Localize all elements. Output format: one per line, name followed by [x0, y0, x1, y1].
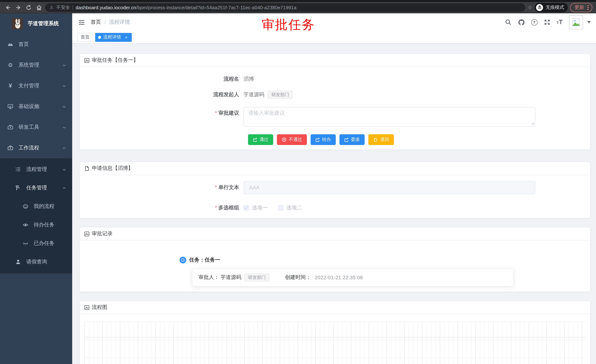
- sidebar-item-system[interactable]: ⚙ 系统管理: [0, 55, 72, 75]
- clock-icon: [179, 257, 186, 263]
- sidebar-item-home[interactable]: 首页: [0, 34, 72, 55]
- required-asterisk: *: [215, 184, 217, 190]
- incognito-label: 无痕模式: [546, 4, 564, 11]
- browser-update-button[interactable]: 更新: [570, 3, 592, 12]
- gear-icon: ⚙: [7, 62, 13, 68]
- sidebar-item-process-mgmt[interactable]: 流程管理: [0, 160, 72, 179]
- required-asterisk: *: [215, 110, 217, 116]
- breadcrumb-home[interactable]: 首页: [91, 19, 101, 26]
- chevron-down-icon: [62, 63, 66, 67]
- delegate-button[interactable]: 委派: [339, 134, 365, 145]
- back-icon[interactable]: [4, 3, 12, 11]
- app-frame: 芋道管理系统 首页 ⚙ 系统管理 ¥ 支付管理: [0, 13, 596, 364]
- picture-icon: [84, 231, 89, 237]
- avatar-caret-icon[interactable]: [587, 21, 591, 23]
- forward-icon[interactable]: [14, 3, 22, 11]
- return-button[interactable]: 退回: [368, 134, 394, 145]
- url-bar[interactable]: ⚠ 不安全 dashboard.yudao.iocoder.cn/bpm/pro…: [45, 3, 525, 12]
- eye-icon: [22, 222, 29, 228]
- chevron-up-icon: [62, 186, 66, 190]
- dept-tag: 研发部门: [268, 91, 293, 99]
- tags-view-bar: 首页 流程详情: [72, 31, 596, 44]
- font-size-icon[interactable]: TT: [557, 19, 563, 26]
- home-icon[interactable]: [35, 3, 43, 11]
- sidebar-menu: 首页 ⚙ 系统管理 ¥ 支付管理 基础设施: [0, 34, 72, 273]
- active-dot-icon: [98, 36, 101, 39]
- sidebar: 芋道管理系统 首页 ⚙ 系统管理 ¥ 支付管理: [0, 13, 72, 364]
- process-name-label: 流程名: [87, 76, 244, 82]
- assignee-label: 审批人：: [198, 274, 219, 281]
- chevron-down-icon: [62, 125, 66, 129]
- chevron-down-icon: [62, 84, 66, 88]
- browser-tabstrip: [0, 0, 596, 2]
- sitemap-icon: [15, 185, 21, 191]
- sidebar-item-task-mgmt[interactable]: 任务管理: [0, 179, 72, 197]
- toolbox-icon: [7, 145, 13, 151]
- checkbox-group: 选项一 选项二: [244, 204, 302, 211]
- created-time-value: 2022-01-21 22:35:08: [315, 275, 363, 280]
- bpmn-canvas-grid[interactable]: [84, 321, 586, 364]
- app-logo: [12, 18, 23, 29]
- list-tree-icon: [15, 167, 21, 172]
- approval-actions: 通过 不通过 转办 委: [248, 134, 583, 145]
- created-time-label: 创建时间：: [285, 274, 311, 281]
- assignee-segment: 审批人：芋道源码 研发部门: [198, 273, 269, 282]
- main-area: 首页 / 流程详情 审批任务 TT: [72, 13, 596, 364]
- suggest-row: *审批建议: [87, 107, 583, 128]
- sidebar-item-infra[interactable]: 基础设施: [0, 96, 72, 117]
- tag-process-detail[interactable]: 流程详情: [95, 33, 132, 42]
- sidebar-item-workflow[interactable]: 工作流程: [0, 138, 72, 158]
- reject-button[interactable]: 不通过: [277, 134, 307, 145]
- chevron-up-icon: [62, 146, 66, 150]
- process-diagram-card: 流程图: [80, 301, 590, 364]
- checkbox-group-row: *多选框组 选项一 选项二: [87, 204, 583, 211]
- approval-form: 流程名 滔博 流程发起人 芋道源码 研发部门 *审批建议: [80, 67, 590, 149]
- sidebar-item-leave-query[interactable]: 请假查询: [0, 253, 72, 271]
- sidebar-item-devtools[interactable]: 研发工具: [0, 117, 72, 138]
- url-separator: [73, 5, 73, 10]
- breadcrumb-separator: /: [104, 19, 106, 25]
- fullscreen-icon[interactable]: [544, 19, 550, 26]
- single-line-text-input: [244, 181, 535, 194]
- resize-grip-icon[interactable]: [531, 120, 534, 126]
- incognito-badge: 无痕模式: [535, 3, 568, 12]
- sidebar-item-my-process[interactable]: 我的流程: [0, 197, 72, 216]
- url-domain: dashboard.yudao.iocoder.cn: [76, 5, 136, 10]
- task-name: 任务：任务一: [189, 257, 220, 263]
- workflow-submenu: 流程管理 任务管理 我的流程: [0, 158, 72, 273]
- help-icon[interactable]: [531, 19, 537, 25]
- suggest-label: *审批建议: [87, 107, 244, 116]
- sidebar-logo-row[interactable]: 芋道管理系统: [0, 13, 72, 34]
- reload-icon[interactable]: [24, 3, 33, 11]
- dept-tag: 研发部门: [244, 273, 269, 282]
- avatar[interactable]: [569, 15, 583, 29]
- application-card-header: 申请信息【滔博】: [80, 162, 590, 175]
- initiator-row: 流程发起人 芋道源码 研发部门: [87, 91, 583, 99]
- sidebar-item-todo-tasks[interactable]: 待办任务: [0, 216, 72, 234]
- approval-card-title: 审批任务【任务一】: [92, 57, 138, 64]
- initiator-value: 芋道源码 研发部门: [244, 91, 293, 99]
- checkbox-group-label: *多选框组: [87, 204, 244, 211]
- app-navbar: 首页 / 流程详情 审批任务 TT: [72, 13, 596, 31]
- transfer-button[interactable]: 转办: [311, 134, 336, 145]
- close-icon[interactable]: [124, 35, 129, 40]
- diagram-card-title: 流程图: [92, 304, 107, 311]
- navbar-actions: TT: [505, 15, 591, 29]
- sidebar-item-done-tasks[interactable]: 已办任务: [0, 234, 72, 253]
- user-icon: [15, 259, 21, 265]
- search-icon[interactable]: [505, 19, 511, 26]
- sidebar-collapse-icon[interactable]: [77, 18, 86, 26]
- security-label: 不安全: [56, 4, 70, 11]
- browser-chrome: ⚠ 不安全 dashboard.yudao.iocoder.cn/bpm/pro…: [0, 0, 596, 13]
- approve-button[interactable]: 通过: [248, 134, 273, 145]
- sidebar-item-pay[interactable]: ¥ 支付管理: [0, 75, 72, 96]
- bookmark-star-icon[interactable]: ☆: [528, 4, 532, 10]
- robot-face-icon: [22, 204, 29, 209]
- tag-home[interactable]: 首页: [77, 33, 93, 42]
- required-asterisk: *: [215, 204, 217, 211]
- github-icon[interactable]: [518, 19, 525, 26]
- diagram-body: [80, 314, 590, 364]
- browser-menu-icon[interactable]: [588, 5, 589, 10]
- suggest-textarea[interactable]: [244, 107, 535, 127]
- record-card-header: 审批记录: [80, 227, 590, 240]
